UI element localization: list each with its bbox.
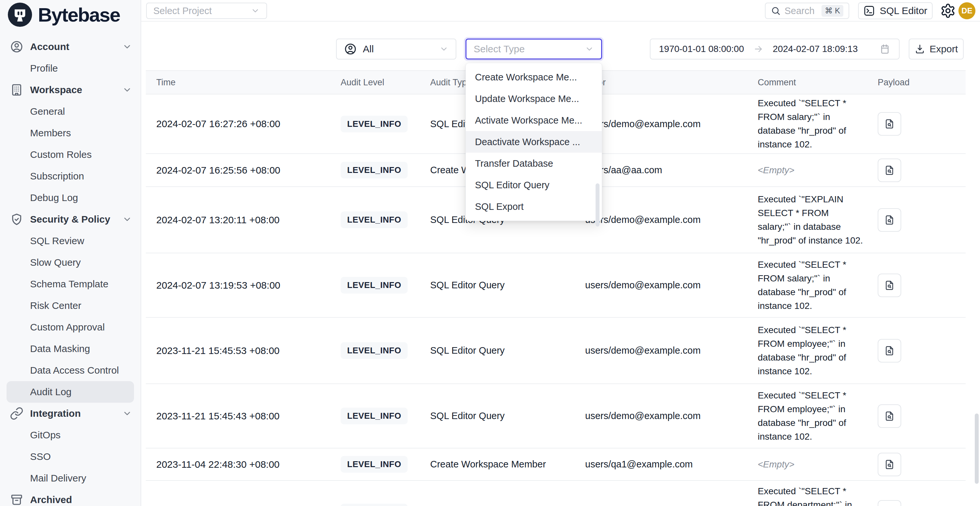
cell-audit-type: SQL Editor Query <box>430 345 585 356</box>
search-shortcut-badge: ⌘ K <box>821 5 843 17</box>
export-button[interactable]: Export <box>909 38 964 59</box>
audit-level-badge: LEVEL_INFO <box>340 162 407 178</box>
sidebar-item-workspace[interactable]: Workspace <box>0 79 140 101</box>
chevron-down-icon <box>122 42 132 52</box>
sidebar-item-label: Custom Roles <box>30 149 92 160</box>
sidebar-item-label: Data Access Control <box>30 365 119 376</box>
sidebar-item-label: Schema Template <box>30 278 108 290</box>
type-filter-select[interactable]: Select Type <box>466 38 602 59</box>
brand-name: Bytebase <box>38 3 120 26</box>
cell-time: 2024-02-07 13:20:11 +08:00 <box>146 215 340 226</box>
sidebar-item-data-masking[interactable]: Data Masking <box>0 338 140 360</box>
view-payload-button[interactable] <box>878 404 901 428</box>
sidebar-item-members[interactable]: Members <box>0 122 140 144</box>
sidebar-item-label: Workspace <box>30 84 83 95</box>
sidebar-item-custom-roles[interactable]: Custom Roles <box>0 144 140 165</box>
sidebar-item-sso[interactable]: SSO <box>0 446 140 468</box>
dropdown-scrollbar-thumb[interactable] <box>596 183 600 226</box>
user-avatar[interactable]: DE <box>958 2 975 19</box>
view-payload-button[interactable] <box>878 208 901 232</box>
col-header-actor: Actor <box>585 78 758 88</box>
dropdown-item-create-workspace-member[interactable]: Create Workspace Me... <box>466 66 602 88</box>
cell-audit-type: SQL Editor Query <box>430 280 585 291</box>
sql-editor-label: SQL Editor <box>880 5 928 16</box>
download-icon <box>915 44 925 54</box>
view-payload-button[interactable] <box>878 339 901 363</box>
chevron-down-icon <box>122 215 132 224</box>
sidebar-item-security-policy[interactable]: Security & Policy <box>0 208 140 230</box>
cell-time: 2023-11-04 22:48:30 +08:00 <box>146 459 340 470</box>
sidebar-item-label: Debug Log <box>30 192 78 203</box>
actor-filter-select[interactable]: All <box>336 38 456 59</box>
sidebar-item-label: Mail Delivery <box>30 473 86 484</box>
dropdown-item-sql-editor-query[interactable]: SQL Editor Query <box>466 174 602 196</box>
cell-audit-type: Create Workspace Member <box>430 459 585 470</box>
sql-editor-button[interactable]: SQL Editor <box>858 2 932 19</box>
sidebar-item-audit-log[interactable]: Audit Log <box>6 381 134 403</box>
sidebar-item-label: Profile <box>30 63 58 74</box>
sidebar-item-subscription[interactable]: Subscription <box>0 165 140 187</box>
cell-time: 2023-11-21 15:45:53 +08:00 <box>146 345 340 356</box>
sidebar-item-data-access-control[interactable]: Data Access Control <box>0 360 140 381</box>
cell-comment: Executed `"SELECT * FROM department;"` i… <box>758 484 878 506</box>
sidebar-item-risk-center[interactable]: Risk Center <box>0 295 140 317</box>
view-payload-button[interactable] <box>878 274 901 297</box>
sidebar-item-general[interactable]: General <box>0 101 140 122</box>
gear-icon[interactable] <box>940 3 956 19</box>
search-icon <box>771 6 781 16</box>
page-scrollbar-thumb[interactable] <box>975 414 979 484</box>
cell-actor: users/qa1@example.com <box>585 459 758 470</box>
cell-comment: Executed `"SELECT * FROM employee;"` in … <box>758 323 878 378</box>
sidebar-item-debug-log[interactable]: Debug Log <box>0 187 140 208</box>
date-range-picker[interactable]: 1970-01-01 08:00:00 2024-02-07 18:09:13 <box>650 38 900 59</box>
dropdown-item-activate-workspace-member[interactable]: Activate Workspace Me... <box>466 110 602 131</box>
search-input[interactable]: Search ⌘ K <box>765 3 849 19</box>
cell-time: 2023-11-21 15:45:43 +08:00 <box>146 411 340 422</box>
cell-time: 2024-02-07 16:27:26 +08:00 <box>146 118 340 129</box>
sidebar-nav: Account Profile Workspace General Member… <box>0 36 140 506</box>
dropdown-item-transfer-database[interactable]: Transfer Database <box>466 153 602 174</box>
audit-level-badge: LEVEL_INFO <box>340 277 407 294</box>
sidebar-item-profile[interactable]: Profile <box>0 57 140 79</box>
sidebar-item-label: Slow Query <box>30 257 81 268</box>
sidebar-item-gitops[interactable]: GitOps <box>0 424 140 446</box>
col-header-audit-level: Audit Level <box>340 78 430 88</box>
bytebase-logo[interactable]: Bytebase <box>8 3 120 27</box>
sidebar-item-slow-query[interactable]: Slow Query <box>0 252 140 273</box>
project-select[interactable]: Select Project <box>146 3 267 19</box>
sidebar-item-schema-template[interactable]: Schema Template <box>0 273 140 295</box>
sidebar-item-mail-delivery[interactable]: Mail Delivery <box>0 468 140 489</box>
view-payload-button[interactable] <box>878 500 901 506</box>
sidebar-item-archived[interactable]: Archived <box>0 489 140 506</box>
sidebar-item-custom-approval[interactable]: Custom Approval <box>0 317 140 338</box>
table-row: 2023-11-04 21:26:34 +08:00 LEVEL_INFO SQ… <box>146 481 966 506</box>
arrow-right-icon <box>753 44 764 54</box>
dropdown-item-update-workspace-member[interactable]: Update Workspace Me... <box>466 88 602 110</box>
cell-comment: Executed `"SELECT * FROM employee;"` in … <box>758 389 878 444</box>
chevron-down-icon <box>439 45 449 54</box>
type-filter-placeholder: Select Type <box>474 43 525 54</box>
calendar-icon <box>879 43 891 54</box>
view-payload-button[interactable] <box>878 453 901 476</box>
audit-level-badge: LEVEL_INFO <box>340 212 407 228</box>
type-filter-dropdown: Create Workspace Me... Update Workspace … <box>466 63 602 221</box>
sidebar-item-account[interactable]: Account <box>0 36 140 57</box>
chevron-down-icon <box>122 409 132 418</box>
cell-comment: <Empty> <box>758 164 878 177</box>
view-payload-button[interactable] <box>878 159 901 182</box>
dropdown-item-sql-export[interactable]: SQL Export <box>466 196 602 217</box>
building-icon <box>10 83 24 97</box>
dropdown-item-deactivate-workspace-member[interactable]: Deactivate Workspace ... <box>466 131 602 153</box>
cell-audit-type: SQL Editor Query <box>430 411 585 421</box>
audit-level-badge: LEVEL_INFO <box>340 407 407 424</box>
sidebar-item-label: General <box>30 106 65 117</box>
sidebar-item-label: Custom Approval <box>30 321 105 333</box>
sidebar-item-sql-review[interactable]: SQL Review <box>0 230 140 252</box>
view-payload-button[interactable] <box>878 112 901 136</box>
cell-comment: Executed `"SELECT * FROM salary;"` in da… <box>758 96 878 151</box>
sidebar-item-integration[interactable]: Integration <box>0 403 140 424</box>
cell-time: 2024-02-07 16:25:56 +08:00 <box>146 165 340 176</box>
cell-comment: Executed `"SELECT * FROM salary;"` in da… <box>758 258 878 313</box>
sidebar-item-label: Subscription <box>30 170 84 182</box>
sidebar: Bytebase Account Profile Workspace Gener… <box>0 0 141 506</box>
